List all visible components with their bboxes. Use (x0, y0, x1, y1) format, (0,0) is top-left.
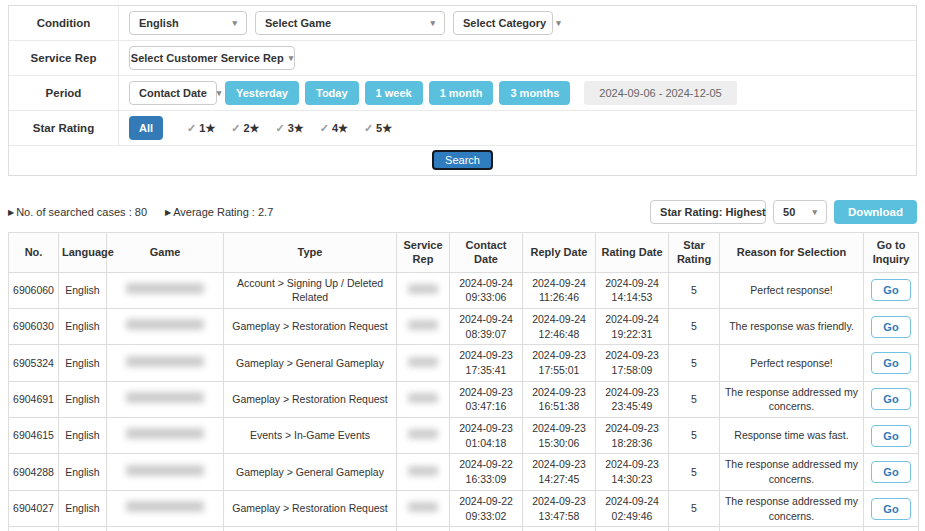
type-cell: Events > In-Game Events (224, 418, 397, 454)
game-cell (107, 454, 224, 490)
redacted-game-name (126, 501, 204, 512)
star-rating-checkbox[interactable]: ✓3★ (275, 122, 303, 135)
period-preset-button[interactable]: 1 week (365, 81, 423, 105)
sort-select-value: Star Rating: Highest (660, 206, 766, 218)
date-line: 2024-09-23 (454, 385, 518, 400)
star-option-label: 1★ (199, 122, 215, 135)
column-header: Game (107, 233, 224, 273)
sort-select[interactable]: Star Rating: Highest (650, 200, 766, 224)
contact-date-cell: 2024-09-2301:04:18 (450, 418, 523, 454)
period-preset-button[interactable]: 3 months (499, 81, 570, 105)
column-header: Contact Date (450, 233, 523, 273)
service-rep-cell (397, 308, 450, 344)
date-range-field[interactable]: 2024-09-06 - 2024-12-05 (584, 81, 736, 105)
star-rating-checkbox[interactable]: ✓2★ (231, 122, 259, 135)
time-line: 03:47:16 (454, 399, 518, 414)
game-cell (107, 308, 224, 344)
language-cell: English (59, 345, 107, 381)
column-header: Service Rep (397, 233, 450, 273)
go-to-inquiry-button[interactable]: Go (871, 279, 910, 301)
date-line: 2024-09-22 (454, 457, 518, 472)
reason-cell: The response was friendly. (720, 308, 864, 344)
search-row: Search (9, 146, 916, 175)
go-to-inquiry-button[interactable]: Go (871, 425, 910, 447)
star-all-button[interactable]: All (129, 116, 163, 140)
redacted-game-name (126, 283, 204, 294)
table-row: 6905324EnglishGameplay > General Gamepla… (9, 345, 919, 381)
go-to-inquiry-button[interactable]: Go (871, 316, 910, 338)
date-line: 2024-09-23 (527, 348, 591, 363)
language-cell: English (59, 418, 107, 454)
go-to-inquiry-button[interactable]: Go (871, 498, 910, 520)
go-to-inquiry-button[interactable]: Go (871, 388, 910, 410)
redacted-service-rep-name (408, 466, 438, 476)
star-rating-checkbox[interactable]: ✓4★ (320, 122, 348, 135)
service-rep-cell (397, 418, 450, 454)
date-type-select-value: Contact Date (139, 87, 207, 99)
type-cell: Gameplay > General Gameplay (224, 454, 397, 490)
download-button[interactable]: Download (834, 200, 917, 224)
service-rep-cell (397, 490, 450, 526)
time-line: 11:26:46 (527, 290, 591, 305)
go-cell: Go (864, 272, 919, 308)
search-button[interactable]: Search (432, 150, 493, 170)
language-cell: English (59, 381, 107, 417)
reply-date-cell: 2024-09-2412:46:48 (523, 308, 596, 344)
date-line: 2024-09-23 (600, 457, 664, 472)
redacted-service-rep-name (408, 357, 438, 367)
contact-date-cell: 2024-09-2303:47:16 (450, 381, 523, 417)
star-rating-label: Star Rating (9, 111, 119, 145)
results-controls: Star Rating: Highest 50 Download (650, 200, 917, 224)
service-rep-cell (397, 527, 450, 531)
customer-service-rep-select[interactable]: Select Customer Service Rep (129, 46, 295, 70)
period-presets: YesterdayToday1 week1 month3 months (225, 81, 570, 105)
redacted-service-rep-name (408, 284, 438, 294)
date-type-select[interactable]: Contact Date (129, 81, 217, 105)
date-line: 2024-09-23 (454, 421, 518, 436)
star-rating-checkbox[interactable]: ✓5★ (364, 122, 392, 135)
period-preset-button[interactable]: Today (305, 81, 359, 105)
type-cell: Account > Signing Up / Deleted Related (224, 272, 397, 308)
checkbox-check-icon: ✓ (275, 122, 284, 135)
table-body: 6906060EnglishAccount > Signing Up / Del… (9, 272, 919, 531)
category-select[interactable]: Select Category (453, 11, 553, 35)
service-rep-cell (397, 345, 450, 381)
triangle-marker-icon: ▶ (8, 208, 14, 217)
go-cell: Go (864, 490, 919, 526)
game-select[interactable]: Select Game (255, 11, 445, 35)
contact-date-cell: 2024-09-2409:33:06 (450, 272, 523, 308)
inquiry-no-cell: 6904288 (9, 454, 59, 490)
period-label: Period (9, 76, 119, 110)
star-rating-checkbox[interactable]: ✓1★ (187, 122, 215, 135)
go-cell: Go (864, 345, 919, 381)
date-line: 2024-09-24 (527, 312, 591, 327)
date-line: 2024-09-24 (454, 312, 518, 327)
redacted-game-name (126, 319, 204, 330)
date-line: 2024-09-23 (527, 457, 591, 472)
star-rating-cell: 5 (669, 527, 720, 531)
page-size-select[interactable]: 50 (773, 200, 827, 224)
go-to-inquiry-button[interactable]: Go (871, 352, 910, 374)
language-select[interactable]: English (129, 11, 247, 35)
table-row: 6904027EnglishGameplay > Restoration Req… (9, 490, 919, 526)
time-line: 15:30:06 (527, 436, 591, 451)
time-line: 14:30:23 (600, 472, 664, 487)
table-row: 6904615EnglishEvents > In-Game Events202… (9, 418, 919, 454)
results-bar: ▶No. of searched cases : 80 ▶Average Rat… (8, 200, 917, 224)
time-line: 13:47:58 (527, 509, 591, 524)
average-rating: ▶Average Rating : 2.7 (165, 206, 273, 218)
time-line: 09:33:02 (454, 509, 518, 524)
table-row: 6906030EnglishGameplay > Restoration Req… (9, 308, 919, 344)
language-select-value: English (139, 17, 179, 29)
type-cell: Gameplay > General Gameplay (224, 345, 397, 381)
go-to-inquiry-button[interactable]: Go (871, 461, 910, 483)
reply-date-cell: 2024-09-2411:26:46 (523, 272, 596, 308)
date-line: 2024-09-23 (600, 385, 664, 400)
period-preset-button[interactable]: 1 month (429, 81, 494, 105)
time-line: 08:39:07 (454, 327, 518, 342)
contact-date-cell: 2024-09-2317:35:41 (450, 345, 523, 381)
category-select-value: Select Category (463, 17, 546, 29)
filter-panel: Condition English Select Game Select Cat… (8, 5, 917, 176)
time-line: 14:27:45 (527, 472, 591, 487)
period-preset-button[interactable]: Yesterday (225, 81, 299, 105)
